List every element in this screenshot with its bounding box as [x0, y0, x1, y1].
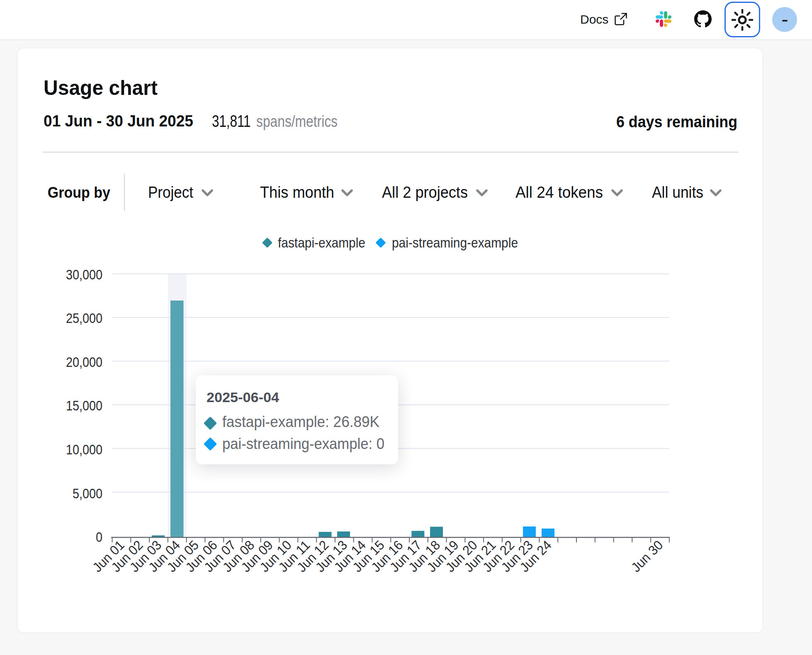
svg-text:pai-streaming-example: 0: pai-streaming-example: 0	[222, 435, 384, 452]
svg-text:2025-06-04: 2025-06-04	[207, 389, 279, 405]
svg-text:fastapi-example: 26.89K: fastapi-example: 26.89K	[222, 413, 379, 430]
